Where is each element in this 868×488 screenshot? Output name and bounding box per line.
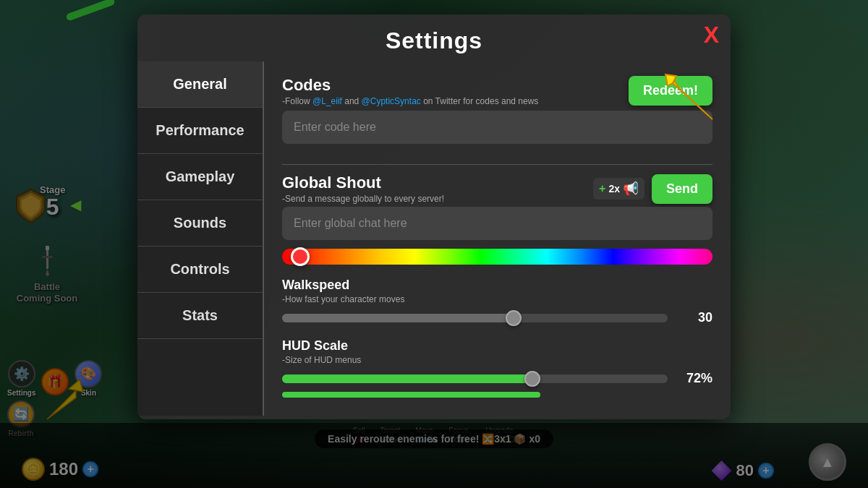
redeem-button[interactable]: Redeem! [629, 76, 712, 106]
hud-scale-title: HUD Scale [282, 338, 712, 354]
walkspeed-slider-row: 30 [282, 310, 712, 325]
shout-title: Global Shout [282, 174, 444, 192]
nav-sounds[interactable]: Sounds [137, 200, 263, 247]
walkspeed-track[interactable] [282, 314, 668, 322]
hud-scale-value: 72% [676, 371, 712, 386]
nav-performance[interactable]: Performance [137, 108, 263, 154]
hud-scale-row: HUD Scale -Size of HUD menus 72% [282, 338, 712, 398]
walkspeed-fill [282, 314, 514, 322]
green-progress-bar [282, 392, 540, 398]
modal-body: General Performance Gameplay Sounds Cont… [137, 61, 731, 416]
multiplier-badge: + 2x 📢 [593, 178, 644, 200]
walkspeed-desc: -How fast your character moves [282, 294, 712, 304]
shout-header: Global Shout -Send a message globally to… [282, 174, 712, 204]
sidebar-nav: General Performance Gameplay Sounds Cont… [137, 61, 264, 416]
hud-scale-slider-row: 72% [282, 371, 712, 386]
settings-modal: Settings X General Performance Gameplay … [137, 14, 731, 419]
codes-info: Codes -Follow @L_eiif and @CypticSyntac … [282, 76, 538, 106]
walkspeed-thumb[interactable] [506, 310, 522, 326]
nav-general[interactable]: General [137, 61, 263, 108]
modal-title: Settings [137, 14, 731, 61]
twitter1: @L_eiif [312, 96, 342, 106]
hud-scale-desc: -Size of HUD menus [282, 355, 712, 365]
hud-scale-fill [282, 374, 532, 383]
hud-scale-thumb[interactable] [524, 371, 540, 387]
multiplier-value: 2x [608, 183, 620, 194]
walkspeed-title: Walkspeed [282, 278, 712, 293]
close-button[interactable]: X [704, 23, 719, 46]
walkspeed-value: 30 [676, 310, 712, 325]
nav-stats[interactable]: Stats [137, 293, 263, 339]
shout-info: Global Shout -Send a message globally to… [282, 174, 444, 204]
codes-title: Codes [282, 76, 538, 95]
shout-subtitle: -Send a message globally to every server… [282, 194, 444, 204]
codes-section-header: Codes -Follow @L_eiif and @CypticSyntac … [282, 76, 712, 106]
nav-gameplay[interactable]: Gameplay [137, 154, 263, 200]
shout-controls: + 2x 📢 Send [593, 174, 712, 204]
modal-overlay: Settings X General Performance Gameplay … [0, 0, 868, 488]
color-slider-container [282, 249, 712, 265]
nav-controls[interactable]: Controls [137, 247, 263, 293]
color-slider[interactable] [282, 249, 712, 265]
codes-subtitle: -Follow @L_eiif and @CypticSyntac on Twi… [282, 96, 538, 106]
plus-icon: + [599, 182, 605, 195]
hud-scale-track[interactable] [282, 374, 668, 383]
code-input[interactable] [282, 111, 712, 144]
walkspeed-row: Walkspeed -How fast your character moves… [282, 278, 712, 325]
modal-main-content: Codes -Follow @L_eiif and @CypticSyntac … [264, 61, 731, 416]
twitter2: @CypticSyntac [362, 96, 421, 106]
megaphone-icon: 📢 [623, 181, 639, 197]
send-button[interactable]: Send [652, 174, 712, 204]
divider-1 [282, 164, 712, 165]
chat-input[interactable] [282, 207, 712, 240]
color-handle[interactable] [291, 247, 310, 266]
